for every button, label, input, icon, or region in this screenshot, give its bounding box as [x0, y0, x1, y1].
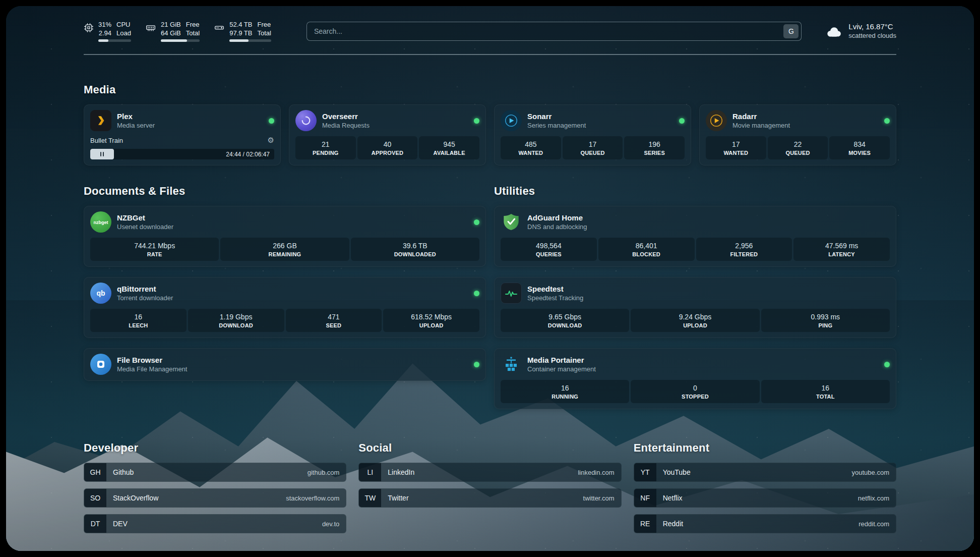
stat-label: DOWNLOAD	[190, 322, 282, 328]
memory-icon	[145, 23, 156, 33]
stat-value: 471	[288, 313, 380, 321]
top-bar: 31% 2.94 CPU Load	[84, 6, 896, 42]
stat-filtered: 2,956 FILTERED	[696, 238, 792, 261]
service-card-radarr[interactable]: Radarr Movie management 17 WANTED 22 QUE…	[699, 104, 896, 165]
sonarr-icon	[501, 110, 522, 131]
stat-value: 39.6 TB	[353, 242, 477, 250]
bookmark-abbr: GH	[84, 463, 106, 481]
plex-icon	[90, 110, 111, 131]
bookmark-url: dev.to	[322, 520, 339, 528]
stat-label: AVAILABLE	[421, 150, 477, 156]
service-card-portainer[interactable]: Media Portainer Container management 16 …	[494, 348, 896, 409]
bookmark-name: Netflix	[663, 494, 683, 502]
stat-value: 1.19 Gbps	[190, 313, 282, 321]
bookmark-url: youtube.com	[852, 469, 889, 476]
service-name: Speedtest	[527, 285, 583, 293]
stat-label: DOWNLOAD	[503, 322, 627, 328]
cpu-percent: 31%	[98, 20, 111, 29]
service-name: Plex	[117, 112, 155, 121]
stat-blocked: 86,401 BLOCKED	[598, 238, 695, 261]
weather-widget: Lviv, 16.87°C scattered clouds	[825, 22, 896, 40]
bookmark-netflix[interactable]: NF Netflix netflix.com	[634, 488, 896, 508]
cpu-load-value: 2.94	[99, 29, 111, 37]
bookmark-abbr: LI	[359, 463, 381, 481]
section-title-entertainment: Entertainment	[634, 441, 896, 455]
stat-label: APPROVED	[359, 150, 416, 156]
service-card-nzbget[interactable]: nzbget NZBGet Usenet downloader 744.21 M…	[84, 206, 486, 267]
bookmark-abbr: RE	[634, 515, 656, 533]
service-card-qbittorrent[interactable]: qb qBittorrent Torrent downloader 16 LEE…	[84, 277, 486, 338]
service-card-plex[interactable]: Plex Media server Bullet Train ⚙ 24:44	[84, 104, 281, 165]
memory-progress-fill	[161, 39, 187, 42]
stat-value: 618.52 Mbps	[385, 313, 477, 321]
bookmark-youtube[interactable]: YT YouTube youtube.com	[634, 463, 896, 482]
stat-label: DOWNLOADED	[353, 251, 477, 257]
service-subtitle: Speedtest Tracking	[527, 294, 583, 302]
bookmark-name: LinkedIn	[388, 468, 414, 476]
section-entertainment: Entertainment YT YouTube youtube.com NF …	[634, 441, 896, 540]
speedtest-icon	[501, 283, 522, 304]
stat-value: 16	[503, 384, 627, 392]
bookmark-linkedin[interactable]: LI LinkedIn linkedin.com	[358, 463, 621, 482]
bookmark-twitter[interactable]: TW Twitter twitter.com	[358, 488, 621, 508]
qbittorrent-icon: qb	[90, 283, 111, 304]
gear-icon[interactable]: ⚙	[268, 136, 274, 145]
bookmark-dev[interactable]: DT DEV dev.to	[84, 514, 346, 533]
bookmark-github[interactable]: GH Github github.com	[84, 463, 346, 482]
bookmark-name: StackOverflow	[113, 494, 158, 502]
stat-label: UPLOAD	[633, 322, 757, 328]
disk-free-label: Free	[257, 20, 271, 29]
memory-free-value: 21 GiB	[161, 20, 181, 29]
stat-label: TOTAL	[763, 394, 888, 400]
stat-downloaded: 39.6 TB DOWNLOADED	[351, 238, 479, 261]
cpu-load-label: Load	[116, 29, 131, 37]
stat-queued: 17 QUEUED	[563, 136, 623, 159]
stat-value: 17	[565, 140, 621, 148]
bookmark-abbr: TW	[359, 489, 381, 507]
bookmark-reddit[interactable]: RE Reddit reddit.com	[634, 514, 896, 533]
status-dot	[884, 118, 890, 124]
stat-value: 834	[831, 140, 888, 148]
stat-value: 0.993 ms	[763, 313, 888, 321]
memory-progress-track	[161, 39, 200, 42]
overseerr-icon	[295, 110, 317, 131]
stat-label: SERIES	[626, 150, 683, 156]
disk-monitor: 52.4 TB 97.9 TB Free Total	[214, 20, 271, 42]
stat-value: 2,956	[698, 242, 790, 250]
memory-free-label: Free	[186, 20, 200, 29]
bookmark-name: YouTube	[663, 468, 691, 476]
section-title-developer: Developer	[84, 441, 346, 455]
stat-value: 22	[770, 140, 826, 148]
service-name: Media Portainer	[527, 356, 596, 364]
service-card-overseerr[interactable]: Overseerr Media Requests 21 PENDING 40 A…	[289, 104, 486, 165]
search-input[interactable]	[314, 27, 783, 35]
bookmark-abbr: YT	[634, 463, 656, 481]
bookmark-url: linkedin.com	[578, 469, 614, 476]
stat-stopped: 0 STOPPED	[631, 380, 759, 403]
svg-text:nzbget: nzbget	[94, 220, 108, 225]
search-provider-button[interactable]: G	[783, 24, 799, 38]
service-card-sonarr[interactable]: Sonarr Series management 485 WANTED 17 Q…	[494, 104, 691, 165]
service-card-filebrowser[interactable]: File Browser Media File Management	[84, 348, 486, 381]
radarr-icon	[706, 110, 727, 131]
stat-label: UPLOAD	[385, 322, 477, 328]
stat-movies: 834 MOVIES	[829, 136, 890, 159]
bookmark-name: Twitter	[388, 494, 408, 502]
cloud-icon	[825, 24, 843, 38]
service-card-adguard[interactable]: AdGuard Home DNS and adblocking 498,564 …	[494, 206, 896, 267]
bookmark-stackoverflow[interactable]: SO StackOverflow stackoverflow.com	[84, 488, 346, 508]
stat-remaining: 266 GB REMAINING	[220, 238, 349, 261]
memory-total-value: 64 GiB	[161, 29, 181, 37]
disk-progress-fill	[229, 39, 249, 42]
stat-ping: 0.993 ms PING	[761, 309, 890, 332]
stat-value: 744.21 Mbps	[92, 242, 217, 250]
stat-wanted: 485 WANTED	[501, 136, 561, 159]
stat-value: 16	[763, 384, 888, 392]
service-card-speedtest[interactable]: Speedtest Speedtest Tracking 9.65 Gbps D…	[494, 277, 896, 338]
pause-icon[interactable]	[100, 152, 104, 156]
service-name: Sonarr	[527, 112, 586, 121]
stat-upload: 9.24 Gbps UPLOAD	[631, 309, 759, 332]
disk-free-value: 52.4 TB	[229, 20, 252, 29]
status-dot	[474, 291, 479, 296]
stat-label: QUERIES	[503, 251, 595, 257]
